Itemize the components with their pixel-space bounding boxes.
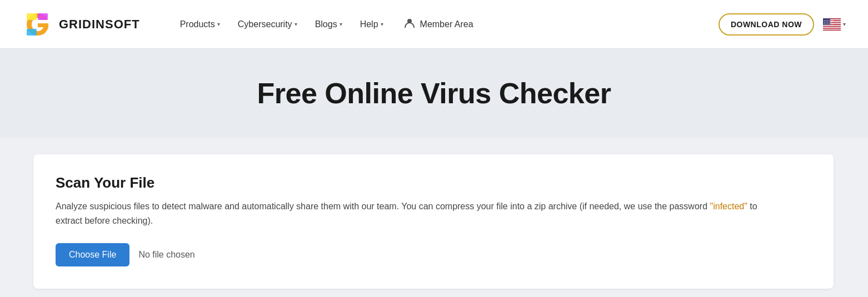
no-file-label: No file chosen [138, 250, 194, 260]
main-nav: Products ▾ Cybersecurity ▾ Blogs ▾ Help … [173, 12, 710, 36]
svg-rect-9 [823, 24, 841, 26]
nav-help[interactable]: Help ▾ [353, 15, 390, 34]
member-area-label: Member Area [420, 19, 473, 29]
logo-link[interactable]: GridinSoft [22, 9, 140, 40]
hero-section: Free Online Virus Checker [0, 49, 868, 138]
nav-blogs[interactable]: Blogs ▾ [308, 15, 349, 34]
file-input-area: Choose File No file chosen [56, 243, 811, 266]
choose-file-button[interactable]: Choose File [56, 243, 129, 266]
header: GridinSoft Products ▾ Cybersecurity ▾ Bl… [0, 0, 868, 49]
svg-rect-10 [823, 27, 841, 28]
nav-products[interactable]: Products ▾ [173, 15, 227, 34]
scan-card: Scan Your File Analyze suspicious files … [33, 154, 834, 289]
member-area-link[interactable]: Member Area [395, 12, 482, 36]
svg-rect-1 [38, 13, 48, 20]
nav-help-label: Help [360, 19, 378, 29]
hero-title: Free Online Virus Checker [22, 77, 846, 110]
nav-cybersecurity-chevron: ▾ [295, 21, 297, 27]
logo-icon [22, 9, 53, 40]
nav-cybersecurity-label: Cybersecurity [238, 19, 292, 29]
us-flag-icon: ★★★★★★ ★★★★★ ★★★★★★ [823, 18, 841, 31]
nav-products-label: Products [180, 19, 215, 29]
svg-rect-11 [823, 28, 841, 29]
logo-text: GridinSoft [59, 17, 140, 32]
nav-blogs-chevron: ▾ [340, 21, 342, 27]
language-selector[interactable]: ★★★★★★ ★★★★★ ★★★★★★ ▾ [823, 18, 846, 31]
svg-rect-3 [27, 29, 37, 36]
nav-help-chevron: ▾ [381, 21, 383, 27]
main-content: Scan Your File Analyze suspicious files … [0, 138, 868, 297]
download-now-button[interactable]: DOWNLOAD NOW [719, 13, 814, 36]
scan-desc-highlight: "infected" [710, 202, 747, 211]
scan-card-title: Scan Your File [56, 174, 811, 192]
svg-rect-2 [27, 13, 37, 20]
flag-chevron: ▾ [843, 21, 846, 27]
scan-description: Analyze suspicious files to detect malwa… [56, 199, 778, 228]
nav-blogs-label: Blogs [315, 19, 337, 29]
svg-text:★★★★★★: ★★★★★★ [824, 23, 834, 25]
person-icon [403, 17, 416, 32]
scan-desc-part1: Analyze suspicious files to detect malwa… [56, 202, 710, 211]
nav-products-chevron: ▾ [217, 21, 220, 27]
nav-cybersecurity[interactable]: Cybersecurity ▾ [231, 15, 304, 34]
